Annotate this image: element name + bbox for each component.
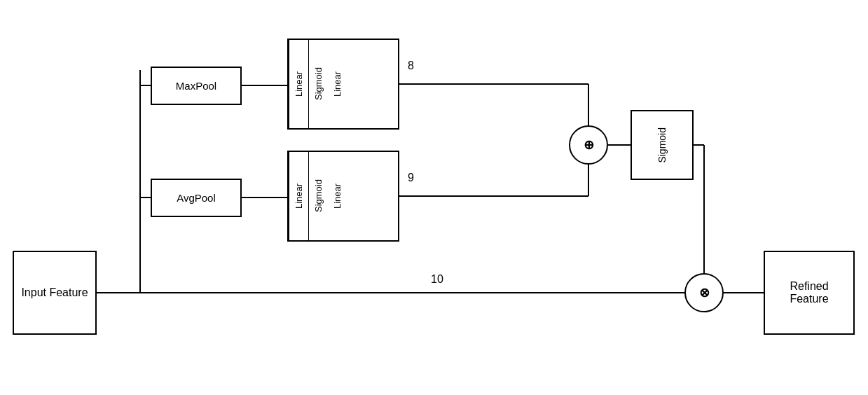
top-linear2-section: Linear: [328, 40, 347, 128]
label-8: 8: [408, 60, 414, 72]
diagram-lines: [0, 0, 868, 395]
maxpool-box: MaxPool: [151, 67, 242, 105]
top-linear1-section: Linear: [289, 40, 308, 128]
top-linear-sigmoid-linear-box: Linear Sigmoid Linear: [287, 39, 399, 130]
bottom-linear1-section: Linear: [289, 152, 308, 240]
avgpool-label: AvgPool: [177, 192, 216, 204]
label-10: 10: [431, 273, 443, 286]
sigmoid-right-label: Sigmoid: [656, 127, 668, 163]
sigmoid-right-box: Sigmoid: [631, 110, 694, 180]
bottom-linear-sigmoid-linear-box: Linear Sigmoid Linear: [287, 151, 399, 242]
input-feature-box: Input Feature: [13, 251, 97, 335]
bottom-linear2-section: Linear: [328, 152, 347, 240]
multiply-circle: ⊗: [684, 273, 724, 312]
input-feature-label: Input Feature: [21, 286, 88, 299]
top-sigmoid-section: Sigmoid: [308, 40, 328, 128]
avgpool-box: AvgPool: [151, 179, 242, 217]
add-symbol: ⊕: [584, 137, 594, 153]
maxpool-label: MaxPool: [176, 80, 216, 92]
refined-feature-label: RefinedFeature: [790, 280, 828, 305]
refined-feature-box: RefinedFeature: [764, 251, 855, 335]
diagram-container: Input Feature MaxPool AvgPool Linear Sig…: [0, 0, 868, 395]
bottom-sigmoid-section: Sigmoid: [308, 152, 328, 240]
multiply-symbol: ⊗: [699, 285, 710, 300]
add-circle: ⊕: [569, 125, 608, 165]
label-9: 9: [408, 172, 414, 184]
